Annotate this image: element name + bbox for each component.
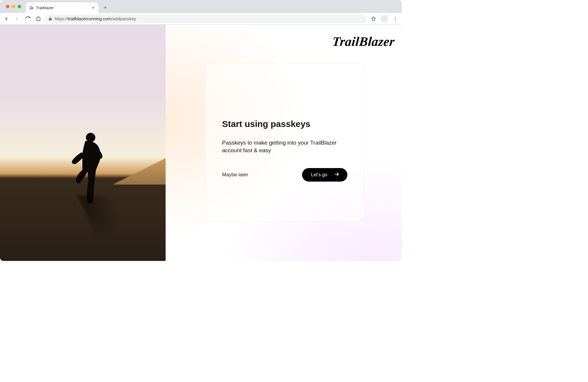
bookmark-button[interactable] (370, 15, 377, 22)
home-button[interactable] (35, 15, 42, 22)
svg-point-4 (86, 133, 95, 142)
new-tab-button[interactable] (101, 4, 109, 12)
tab-title: Trailblazer (36, 6, 89, 10)
address-bar[interactable]: https://trailblazerrunning.com/addpasske… (45, 14, 367, 23)
tab-strip: Trailblazer (0, 0, 402, 13)
menu-button[interactable] (392, 15, 399, 22)
forward-button[interactable] (14, 15, 21, 22)
arrow-right-icon (334, 171, 340, 178)
card-subtitle: Passkeys to make getting into your Trail… (222, 139, 343, 154)
svg-point-3 (395, 20, 396, 21)
url-text: https://trailblazerrunning.com/addpasske… (55, 16, 136, 21)
brand-logo: TrailBlazer (332, 34, 396, 49)
window-controls (4, 0, 24, 13)
runner-shadow (78, 196, 134, 242)
lets-go-button[interactable]: Let's go (302, 168, 347, 182)
card-title: Start using passkeys (222, 119, 347, 129)
minimize-window-button[interactable] (12, 5, 15, 8)
close-tab-button[interactable] (91, 6, 95, 10)
reload-button[interactable] (24, 15, 31, 22)
browser-tab[interactable]: Trailblazer (26, 2, 98, 13)
back-button[interactable] (3, 15, 10, 22)
svg-point-1 (395, 17, 396, 18)
passkey-card: Start using passkeys Passkeys to make ge… (205, 63, 364, 222)
favicon-icon (29, 5, 34, 10)
card-actions: Maybe later Let's go (222, 168, 347, 182)
maybe-later-button[interactable]: Maybe later (222, 172, 248, 178)
toolbar-right (370, 15, 399, 23)
svg-point-2 (395, 18, 396, 19)
browser-toolbar: https://trailblazerrunning.com/addpasske… (0, 13, 402, 24)
browser-chrome: Trailblazer https://trailblazerrunni (0, 0, 402, 25)
maximize-window-button[interactable] (18, 5, 21, 8)
mountain-shape (113, 152, 166, 185)
profile-avatar[interactable] (381, 15, 388, 23)
page-content: TrailBlazer Start using passkeys Passkey… (0, 25, 402, 261)
lock-icon (48, 17, 52, 21)
hero-image (0, 25, 166, 261)
close-window-button[interactable] (6, 5, 9, 8)
right-pane: TrailBlazer Start using passkeys Passkey… (166, 25, 402, 261)
